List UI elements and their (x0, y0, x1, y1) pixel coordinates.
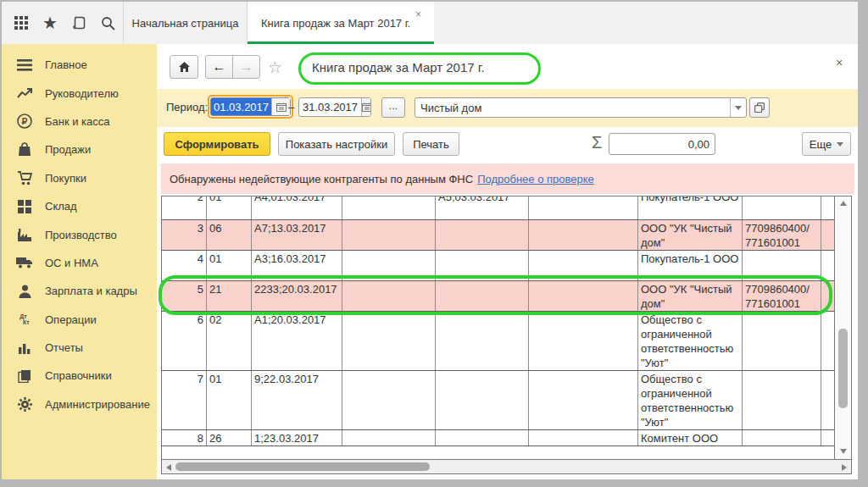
table-cell[interactable]: 01 (207, 371, 252, 429)
horizontal-scrollbar[interactable] (162, 459, 851, 473)
table-row[interactable]: 401А3;16.03.2017Покупатель-1 ООО (162, 251, 834, 281)
table-cell[interactable]: 7709860400/ 771601001 (743, 220, 821, 250)
calendar-icon[interactable] (361, 98, 371, 116)
apps-grid-icon[interactable] (10, 12, 32, 34)
table-row[interactable]: 8261;23.03.2017Комитент ООО (162, 430, 834, 446)
table-cell[interactable]: Общество с ограниченной ответственностью… (638, 371, 743, 429)
more-button[interactable]: Еще (802, 132, 851, 156)
table-cell[interactable] (342, 371, 436, 429)
table-cell[interactable] (743, 196, 821, 220)
back-button[interactable]: ← (205, 55, 233, 79)
table-row[interactable]: 5212233;20.03.2017ООО "УК "Чистый дом"77… (162, 281, 834, 312)
horizontal-scroll-thumb[interactable] (175, 462, 430, 471)
scroll-right-icon[interactable] (842, 464, 847, 471)
history-icon[interactable] (68, 12, 90, 34)
table-cell[interactable]: 5 (162, 281, 207, 311)
period-options-button[interactable]: ... (381, 97, 405, 118)
sidebar-item-9[interactable]: Зарплата и кадры (2, 277, 157, 305)
sidebar-item-12[interactable]: Справочники (2, 362, 157, 390)
table-row[interactable]: 602А1;20.03.2017Общество с ограниченной … (162, 312, 834, 371)
table-cell[interactable]: 06 (207, 220, 252, 250)
vertical-scrollbar[interactable] (834, 196, 851, 459)
table-cell[interactable]: Покупатель-1 ООО (638, 251, 743, 280)
table-row[interactable]: 201А4;01.03.2017А5;03.03.2017Покупатель-… (162, 196, 834, 220)
table-cell[interactable]: А3;16.03.2017 (252, 251, 342, 280)
table-cell[interactable]: 9;22.03.2017 (252, 371, 342, 429)
table-cell[interactable] (342, 312, 436, 370)
table-cell[interactable]: 6 (162, 312, 207, 370)
tab-start-page[interactable]: Начальная страница (124, 2, 248, 44)
sidebar-item-4[interactable]: Продажи (2, 136, 157, 163)
forward-button[interactable]: → (232, 55, 260, 79)
table-cell[interactable]: 01 (207, 251, 252, 280)
table-cell[interactable]: 21 (207, 281, 252, 311)
show-settings-button[interactable]: Показать настройки (278, 132, 395, 156)
sidebar-item-13[interactable]: Администрирование (2, 390, 157, 418)
tab-sales-book[interactable]: Книга продаж за Март 2017 г. (248, 2, 434, 44)
table-cell[interactable]: Общество с ограниченной ответственностью… (638, 312, 743, 370)
table-row[interactable]: 7019;22.03.2017Общество с ограниченной о… (162, 371, 834, 430)
date-to-input[interactable]: 31.03.2017 (298, 97, 371, 117)
scroll-down-icon[interactable] (840, 449, 847, 454)
table-cell[interactable]: 02 (207, 312, 252, 370)
table-cell[interactable]: 2233;20.03.2017 (252, 281, 342, 311)
scroll-up-icon[interactable] (840, 201, 847, 206)
favorites-star-icon[interactable]: ★ (39, 12, 61, 34)
table-cell[interactable] (821, 371, 833, 429)
sidebar-item-8[interactable]: ОС и НМА (2, 249, 157, 277)
sidebar-item-2[interactable]: Руководителю (2, 79, 157, 107)
table-cell[interactable]: 4 (162, 251, 207, 280)
table-cell[interactable]: 3 (162, 220, 207, 250)
table-cell[interactable] (529, 196, 638, 220)
table-cell[interactable]: А5;03.03.2017 (436, 196, 529, 220)
table-cell[interactable] (436, 312, 529, 370)
table-cell[interactable] (529, 312, 638, 370)
sidebar-item-3[interactable]: PБанк и касса (2, 108, 157, 136)
table-cell[interactable] (821, 251, 833, 280)
sidebar-item-1[interactable]: Главное (2, 51, 157, 79)
table-cell[interactable] (743, 312, 821, 370)
table-cell[interactable] (529, 281, 638, 311)
table-cell[interactable] (743, 430, 821, 445)
organization-open-button[interactable] (749, 97, 770, 118)
table-cell[interactable]: ООО "УК "Чистый дом" (638, 220, 743, 250)
table-cell[interactable]: Покупатель-1 ООО (638, 196, 743, 220)
table-cell[interactable] (821, 220, 833, 250)
table-cell[interactable] (529, 430, 638, 445)
table-cell[interactable]: 1;23.03.2017 (252, 430, 342, 445)
table-cell[interactable]: 01 (207, 196, 252, 220)
sidebar-item-5[interactable]: Покупки (2, 164, 157, 192)
table-cell[interactable]: 2 (162, 196, 207, 220)
favorite-star-icon[interactable]: ☆ (268, 58, 282, 77)
table-cell[interactable] (529, 220, 638, 250)
table-cell[interactable] (436, 220, 529, 250)
table-cell[interactable]: 7 (162, 371, 207, 429)
table-cell[interactable] (821, 430, 833, 445)
vertical-scroll-thumb[interactable] (838, 329, 848, 408)
calendar-icon[interactable] (271, 98, 290, 115)
table-row[interactable]: 306А7;13.03.2017ООО "УК "Чистый дом"7709… (162, 220, 834, 251)
table-cell[interactable] (342, 251, 436, 280)
table-cell[interactable]: Комитент ООО (638, 430, 743, 445)
table-cell[interactable]: А4;01.03.2017 (252, 196, 342, 220)
table-cell[interactable]: 26 (207, 430, 252, 445)
sidebar-item-6[interactable]: Склад (2, 192, 157, 220)
scroll-left-icon[interactable] (166, 464, 171, 471)
table-cell[interactable] (436, 371, 529, 429)
table-cell[interactable] (342, 281, 436, 311)
table-cell[interactable] (529, 371, 638, 429)
table-cell[interactable] (821, 281, 833, 311)
table-cell[interactable] (436, 281, 529, 311)
tab-close-icon[interactable]: × (415, 8, 421, 20)
table-cell[interactable] (342, 220, 436, 250)
table-cell[interactable]: 8 (162, 430, 207, 445)
print-button[interactable]: Печать (403, 132, 459, 156)
generate-button[interactable]: Сформировать (164, 132, 270, 156)
table-cell[interactable]: А7;13.03.2017 (252, 220, 342, 250)
table-cell[interactable] (743, 371, 821, 429)
form-close-icon[interactable]: × (836, 56, 843, 69)
table-cell[interactable] (821, 312, 833, 370)
table-cell[interactable]: А1;20.03.2017 (252, 312, 342, 370)
search-icon[interactable] (97, 12, 119, 34)
sidebar-item-11[interactable]: Отчеты (2, 334, 157, 362)
